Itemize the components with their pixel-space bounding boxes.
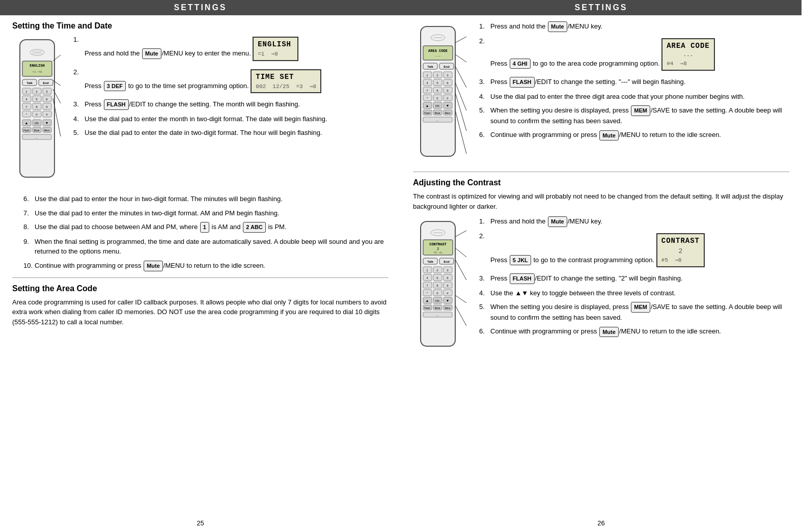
svg-text:ENGLISH: ENGLISH [30, 64, 44, 68]
mem-key-ac: MEM [631, 105, 650, 116]
ac-step-2-text: Press 4 GHI to go to the area code progr… [490, 36, 789, 73]
svg-line-102 [455, 37, 466, 43]
svg-text:Mem: Mem [445, 111, 450, 115]
svg-text:▲: ▲ [426, 299, 429, 302]
svg-text:Flash: Flash [424, 111, 430, 115]
svg-text:Mute: Mute [434, 111, 440, 115]
display-timeset: TIME SET 802 12/25 =3 ⇒8 [251, 69, 321, 94]
flash-key-1: FLASH [104, 99, 129, 110]
svg-line-160 [455, 295, 466, 303]
ac-step-6: 6. Continue with programming or press Mu… [479, 130, 789, 141]
step-6-text: Use the dial pad to enter the hour in tw… [35, 194, 389, 204]
c-step-4: 4. Use the ▲▼ key to toggle between the … [479, 288, 789, 298]
svg-text:=1  ⇒8: =1 ⇒8 [32, 70, 42, 74]
ac-step-4-text: Use the dial pad to enter the three digi… [490, 92, 789, 102]
mem-key-c: MEM [631, 302, 650, 313]
svg-text:Flash: Flash [424, 306, 430, 310]
time-date-steps-solo: 6. Use the dial pad to enter the hour in… [23, 194, 389, 271]
step-5-num: 5. [73, 128, 85, 138]
svg-line-158 [455, 248, 466, 257]
c-step-5-num: 5. [479, 302, 490, 322]
display-english: ENGLISH =1 ⇒8 [253, 37, 298, 61]
phone-right-area: AREA CODE --- Talk End 1 2 3 4 5 [413, 21, 474, 165]
key-2abc: 2 ABC [243, 222, 266, 233]
mute-key-ac1: Mute [548, 21, 567, 32]
c-step-3-num: 3. [479, 273, 490, 284]
svg-text:OK: OK [435, 299, 440, 302]
phone-svg-right-area: AREA CODE --- Talk End 1 2 3 4 5 [413, 21, 469, 164]
svg-line-104 [455, 66, 466, 88]
svg-text:OK: OK [35, 122, 39, 125]
svg-line-159 [455, 260, 466, 280]
left-header-text: SETTINGS [174, 3, 227, 12]
ac-step-5: 5. When the setting you desire is displa… [479, 105, 789, 126]
mute-key-c6: Mute [599, 327, 619, 338]
flash-key-c: FLASH [510, 273, 535, 284]
svg-line-157 [455, 231, 466, 237]
step-8-text: Use the dial pad to choose between AM an… [35, 222, 389, 233]
key-1: 1 [200, 222, 209, 233]
svg-text:AREA CODE: AREA CODE [428, 49, 448, 53]
svg-text:End: End [444, 260, 450, 263]
svg-text:▼: ▼ [446, 104, 450, 107]
c-step-6: 6. Continue with programming or press Mu… [479, 326, 789, 337]
step-10-text: Continue with programming or press Mute/… [35, 261, 389, 271]
svg-text:Talk: Talk [427, 65, 433, 68]
time-date-title: Setting the Time and Date [12, 21, 389, 31]
phone-svg-right-contrast: CONTRAST 2 #5 ⇒8 Talk End 1 2 3 4 [413, 216, 469, 354]
ac-step-1-num: 1. [479, 21, 490, 32]
step-9-text: When the final setting is programmed, th… [35, 237, 389, 257]
step-7-text: Use the dial pad to enter the minutes in… [35, 208, 389, 218]
svg-text:#5 ⇒8: #5 ⇒8 [434, 251, 442, 255]
ac-step-4-num: 4. [479, 92, 490, 102]
step-2-num: 2. [73, 67, 85, 96]
step-8: 8. Use the dial pad to choose between AM… [23, 222, 389, 233]
c-step-6-num: 6. [479, 326, 490, 337]
ac-step-3-text: Press FLASH/EDIT to change the setting. … [490, 77, 789, 88]
step-10-num: 10. [23, 261, 35, 271]
svg-text:Mute: Mute [34, 129, 39, 132]
c-step-2: 2. Press 5 JKL to go to the contrast pro… [479, 231, 789, 269]
svg-text:CONTRAST: CONTRAST [429, 242, 447, 246]
ac-step-6-text: Continue with programming or press Mute/… [490, 130, 789, 141]
c-step-4-num: 4. [479, 288, 490, 298]
svg-line-161 [455, 305, 466, 326]
svg-text:Talk: Talk [26, 81, 33, 85]
svg-line-106 [455, 93, 466, 131]
right-header-text: SETTINGS [574, 3, 627, 12]
step-5: 5. Use the dial pad to enter the date in… [73, 128, 389, 138]
svg-text:...: ... [36, 136, 38, 139]
svg-text:▲: ▲ [426, 104, 429, 107]
left-content: Setting the Time and Date ENGLISH =1 ⇒8 [0, 21, 401, 516]
svg-text:End: End [43, 81, 49, 85]
step-4-text: Use the dial pad to enter the month in t… [85, 114, 389, 124]
step-8-num: 8. [23, 222, 35, 233]
area-code-intro: Area code programming is used for caller… [12, 297, 389, 327]
step-9: 9. When the final setting is programmed,… [23, 237, 389, 257]
step-1-num: 1. [73, 35, 85, 63]
contrast-steps-col: 1. Press and hold the Mute/MENU key. 2. … [479, 216, 789, 355]
contrast-title: Adjusting the Contrast [413, 178, 789, 187]
flash-key-ac: FLASH [510, 77, 535, 88]
right-content: AREA CODE --- Talk End 1 2 3 4 5 [401, 21, 801, 516]
step-2: 2. Press 3 DEF to go to the time set pro… [73, 67, 389, 96]
ac-step-2: 2. Press 4 GHI to go to the area code pr… [479, 36, 789, 73]
ac-step-5-text: When the setting you desire is displayed… [490, 105, 789, 126]
svg-text:Talk: Talk [427, 260, 433, 263]
area-code-title: Setting the Area Code [12, 284, 389, 293]
area-code-steps-col: 1. Press and hold the Mute/MENU key. 2. … [479, 21, 789, 165]
svg-text:OK: OK [435, 104, 440, 107]
c-step-3: 3. Press FLASH/EDIT to change the settin… [479, 273, 789, 284]
step-2-text: Press 3 DEF to go to the time set progra… [85, 67, 389, 96]
mute-key-1: Mute [142, 48, 161, 59]
step-5-text: Use the dial pad to enter the date in tw… [85, 128, 389, 138]
ac-step-1: 1. Press and hold the Mute/MENU key. [479, 21, 789, 32]
c-step-2-num: 2. [479, 231, 490, 269]
c-step-1: 1. Press and hold the Mute/MENU key. [479, 216, 789, 227]
left-header: SETTINGS [0, 0, 401, 15]
4ghi-key: 4 GHI [510, 59, 531, 69]
c-step-6-text: Continue with programming or press Mute/… [490, 326, 789, 337]
right-page: SETTINGS AREA CODE --- Talk End 1 [401, 0, 801, 532]
ac-step-2-num: 2. [479, 36, 490, 73]
mute-key-ac6: Mute [599, 130, 619, 141]
